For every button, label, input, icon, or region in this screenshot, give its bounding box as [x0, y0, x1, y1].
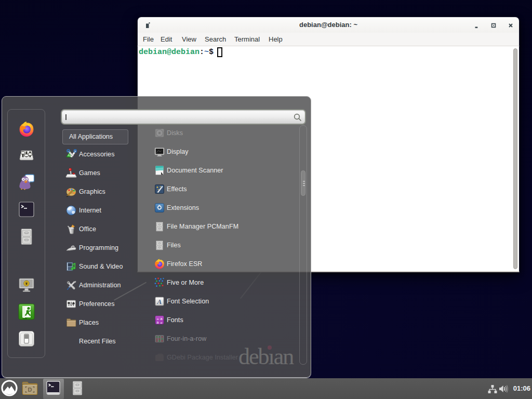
svg-text:a: a — [161, 317, 163, 321]
svg-text:A: A — [157, 298, 162, 305]
svg-text:D: D — [28, 387, 32, 393]
svg-text:a: a — [161, 321, 163, 325]
svg-text:a: a — [157, 321, 159, 324]
